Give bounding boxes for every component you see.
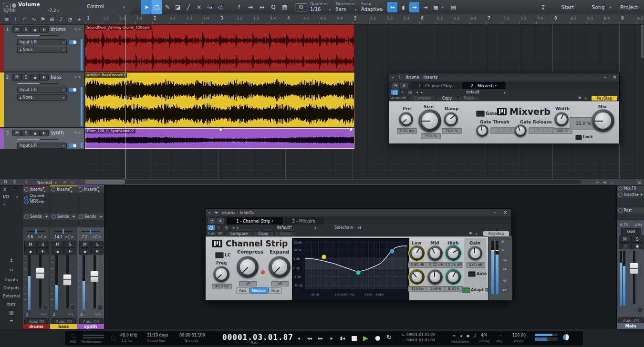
keystep-focus-button[interactable]: KeyStep bbox=[592, 96, 617, 101]
channel-strip-synth[interactable]: Inserts▾ + Sends+-7.2<C>MS●◐3∿∿Auto: Off… bbox=[77, 185, 104, 329]
channel-strip-bass[interactable]: Inserts▾ + Sends+-14.1<C>MS●◐2∿∿Auto: Of… bbox=[50, 185, 77, 329]
gate-release-knob[interactable] bbox=[514, 124, 527, 137]
size-knob[interactable] bbox=[418, 109, 441, 132]
song-page-button[interactable]: Song bbox=[588, 0, 609, 14]
gate-thresh-knob[interactable] bbox=[476, 124, 488, 137]
ab-compare-icon[interactable]: ∿ bbox=[401, 90, 404, 94]
sends-header[interactable]: Sends+ bbox=[77, 214, 104, 220]
chevron-down-icon[interactable]: ▾ bbox=[314, 226, 316, 230]
auto-mode[interactable]: Auto: Off bbox=[391, 96, 406, 100]
paste-button[interactable]: Paste bbox=[274, 231, 296, 236]
next-preset-icon[interactable]: ▸ bbox=[421, 90, 423, 94]
automation-value[interactable]: -7.2 ▾ bbox=[48, 8, 59, 13]
mid-gain-knob[interactable] bbox=[427, 245, 443, 261]
track-header-synth[interactable]: 3MS●◐synth∿∿Input L-R▾ bbox=[4, 128, 84, 149]
pin-icon[interactable]: ⌖ bbox=[604, 75, 606, 80]
chevron-down-icon[interactable]: ▾ bbox=[610, 6, 612, 10]
zoom-in-icon[interactable]: + bbox=[603, 180, 607, 185]
chevron-down-icon[interactable]: ▾ bbox=[355, 8, 357, 12]
power-icon[interactable] bbox=[618, 186, 623, 191]
zoom-preset-icon[interactable]: ▭ bbox=[611, 180, 614, 184]
paint-tool-icon[interactable]: ✎ bbox=[162, 0, 173, 14]
mute-button[interactable]: M bbox=[12, 74, 21, 81]
sidebar-inputs-button[interactable]: Inputs bbox=[0, 277, 23, 282]
loop-end[interactable]: 00001.01.01.00 bbox=[406, 338, 435, 342]
wrench-icon[interactable]: ⌐ bbox=[20, 14, 30, 24]
pan-readout[interactable]: <C> bbox=[92, 235, 101, 239]
chevron-down-icon[interactable]: ▾ bbox=[382, 8, 384, 12]
auto-mode[interactable]: Auto: Off bbox=[208, 232, 222, 235]
copy-button[interactable]: Copy bbox=[252, 231, 274, 236]
mixfx-header[interactable]: Mix FX bbox=[617, 185, 644, 192]
track-header-bass[interactable]: 2MS●◐bass∿∿Input L-R▾▴ None▾ bbox=[4, 72, 84, 128]
low-gain-value[interactable]: 5.85 dB bbox=[408, 262, 427, 268]
fast-forward-button[interactable]: ▸▸ bbox=[316, 334, 325, 342]
compress-value[interactable]: off bbox=[239, 281, 257, 286]
power-icon[interactable] bbox=[24, 214, 29, 219]
snap-value[interactable]: Adaptive bbox=[361, 7, 382, 12]
cursor-follow-toggle-icon[interactable]: → bbox=[409, 2, 419, 12]
track-volume-slider[interactable] bbox=[17, 35, 58, 36]
play-loop-icon[interactable]: ↦ bbox=[257, 0, 267, 14]
sidebar-instr-button[interactable]: Instr. bbox=[0, 302, 23, 306]
chevron-down-icon[interactable]: ▾ bbox=[476, 232, 478, 236]
track-height-mode[interactable]: Normal bbox=[37, 180, 52, 185]
volume-readout[interactable]: -3.6 bbox=[26, 235, 33, 239]
start-page-button[interactable]: Start bbox=[554, 0, 581, 14]
record-arm-button[interactable]: ● bbox=[31, 130, 40, 136]
track-name[interactable]: drums bbox=[51, 27, 66, 32]
loop-button[interactable]: ↻ bbox=[386, 334, 392, 341]
volume-fader[interactable] bbox=[63, 274, 72, 286]
metronome-toggle-button[interactable]: ◉ bbox=[465, 333, 471, 338]
volume-readout[interactable]: -14.1 bbox=[53, 235, 63, 239]
insert-slot-mixverb[interactable]: Mixverb bbox=[24, 200, 44, 204]
chevron-down-icon[interactable]: ▾ bbox=[55, 181, 57, 185]
mute-button[interactable]: M bbox=[24, 241, 37, 248]
monitor-toggle[interactable] bbox=[69, 143, 77, 148]
input-select[interactable]: Input L-R▾ bbox=[17, 39, 67, 45]
knob-panel-icon[interactable]: ◔ bbox=[391, 82, 400, 89]
key-value[interactable]: - bbox=[500, 333, 501, 337]
pre-value[interactable]: 5.00 ms bbox=[397, 128, 417, 134]
bypass-power-button[interactable] bbox=[391, 90, 398, 95]
power-icon[interactable] bbox=[24, 187, 28, 192]
routing-icon[interactable]: ⋔ bbox=[216, 217, 225, 225]
cs-titlebar[interactable]: ▾ + drums · Inserts ⌖ × bbox=[206, 209, 511, 217]
timestretch-toggle-icon[interactable]: ↔ bbox=[387, 2, 397, 12]
zero-db-button[interactable]: 0dB bbox=[621, 228, 641, 235]
arrow-tool-icon[interactable]: ➤ bbox=[141, 0, 152, 14]
power-icon[interactable] bbox=[618, 193, 623, 197]
prev-preset-icon[interactable]: ◂ bbox=[232, 225, 234, 230]
record-arm-button[interactable]: ● bbox=[31, 26, 40, 33]
eraser-tool-icon[interactable]: ◪ bbox=[173, 0, 183, 14]
project-page-button[interactable]: Project bbox=[616, 0, 642, 14]
fader-track[interactable] bbox=[39, 255, 42, 308]
monitor-button[interactable]: ◐ bbox=[37, 248, 49, 255]
zoom-tool-icon[interactable]: Q bbox=[268, 0, 279, 14]
chevron-down-icon[interactable]: ▾ bbox=[123, 5, 125, 9]
damp-knob[interactable] bbox=[444, 112, 458, 126]
track-list-icon[interactable]: ≡ bbox=[2, 14, 11, 24]
keystep-focus-button[interactable]: KeyStep bbox=[483, 231, 509, 236]
cue-knob[interactable] bbox=[42, 305, 49, 311]
expand-knob[interactable] bbox=[269, 256, 291, 278]
speed-slow-button[interactable]: Slow bbox=[269, 287, 282, 294]
mid-freq-value[interactable]: 1.69 k bbox=[426, 286, 445, 292]
gate-release-value[interactable]: 170.0 ms bbox=[529, 127, 555, 134]
inserts-header[interactable]: Inserts▾ + bbox=[23, 186, 50, 193]
paste-button[interactable]: Paste bbox=[458, 96, 480, 101]
freq-value[interactable]: 40.0 Hz bbox=[212, 284, 232, 289]
headphone-icon[interactable]: ◉ bbox=[631, 243, 644, 249]
monitor-button[interactable]: ◐ bbox=[91, 248, 104, 255]
track-volume-slider[interactable] bbox=[17, 83, 58, 84]
solo-button[interactable]: S bbox=[64, 241, 76, 248]
macros-icon[interactable]: ▤ bbox=[280, 0, 290, 14]
preset-select[interactable]: ▴ None▾ bbox=[17, 47, 67, 53]
track-view-button[interactable]: ▤ bbox=[448, 2, 458, 12]
add-insert-icon[interactable]: + bbox=[398, 74, 402, 80]
solo-button[interactable]: S bbox=[37, 241, 49, 248]
record-arm-button[interactable]: ● bbox=[31, 74, 40, 81]
inspector-icon[interactable]: i bbox=[11, 14, 21, 24]
solo-button[interactable]: S bbox=[21, 130, 31, 136]
sidebar-external-button[interactable]: External bbox=[0, 294, 23, 298]
